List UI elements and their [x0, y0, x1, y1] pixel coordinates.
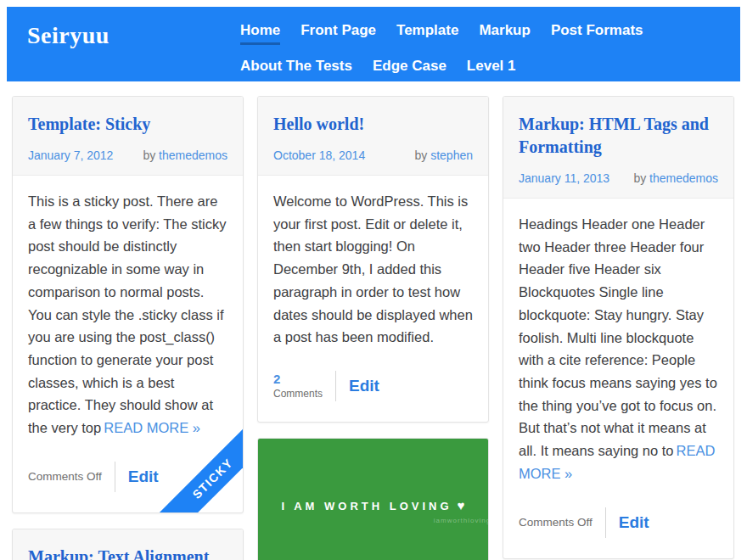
- post-date-link[interactable]: January 11, 2013: [519, 171, 609, 185]
- post-header: Hello world! October 18, 2014 by stephen: [258, 97, 488, 176]
- footer-divider: [335, 371, 336, 401]
- post-byline: by themedemos: [143, 148, 227, 162]
- post-card-image: I AM WORTH LOVING♥ iamworthloving.com: [257, 438, 489, 560]
- nav-item-post-formats[interactable]: Post Formats: [551, 22, 643, 42]
- comments-link[interactable]: 2 Comments: [273, 372, 323, 400]
- byline-label: by: [143, 148, 155, 162]
- post-meta: January 7, 2012 by themedemos: [28, 148, 227, 162]
- comments-word: Comments: [273, 388, 323, 400]
- grid-column-1: Template: Sticky January 7, 2012 by them…: [12, 96, 244, 560]
- image-watermark: iamworthloving.com: [374, 517, 490, 524]
- footer-divider: [115, 462, 115, 492]
- post-meta: January 11, 2013 by themedemos: [519, 171, 718, 185]
- post-excerpt: Headings Header one Header two Header th…: [503, 199, 733, 497]
- post-header: Markup: HTML Tags and Formatting January…: [503, 97, 733, 199]
- excerpt-text: This is a sticky post. There are a few t…: [28, 193, 227, 435]
- post-author-link[interactable]: themedemos: [649, 171, 718, 185]
- post-title-link[interactable]: Markup: Text Alignment: [28, 546, 227, 560]
- edit-link[interactable]: Edit: [349, 377, 379, 395]
- post-title-link[interactable]: Markup: HTML Tags and Formatting: [519, 113, 718, 159]
- post-card-html-tags: Markup: HTML Tags and Formatting January…: [503, 96, 734, 559]
- byline-label: by: [633, 171, 646, 185]
- post-meta: October 18, 2014 by stephen: [273, 148, 473, 162]
- post-excerpt: This is a sticky post. There are a few t…: [13, 176, 243, 451]
- post-title-link[interactable]: Hello world!: [273, 113, 473, 136]
- excerpt-text: Welcome to WordPress. This is your first…: [273, 193, 473, 344]
- post-header: Template: Sticky January 7, 2012 by them…: [13, 97, 243, 176]
- post-header: Markup: Text Alignment January 9, 2013 b…: [13, 529, 243, 560]
- post-date-link[interactable]: October 18, 2014: [273, 148, 365, 162]
- post-footer: 2 Comments Edit: [258, 361, 488, 422]
- nav-item-template[interactable]: Template: [396, 22, 458, 42]
- post-author-link[interactable]: stephen: [430, 148, 473, 162]
- page: Seiryuu Home Front Page Template Markup …: [0, 0, 747, 560]
- post-featured-image[interactable]: I AM WORTH LOVING♥ iamworthloving.com: [258, 439, 488, 560]
- post-byline: by themedemos: [633, 171, 718, 185]
- image-caption: I AM WORTH LOVING♥: [258, 498, 488, 512]
- post-author-link[interactable]: themedemos: [159, 148, 227, 162]
- nav-item-home[interactable]: Home: [240, 22, 280, 45]
- nav-item-front-page[interactable]: Front Page: [300, 22, 376, 42]
- comments-count: 2: [273, 372, 323, 388]
- footer-divider: [605, 507, 606, 538]
- nav-item-markup[interactable]: Markup: [479, 22, 530, 42]
- post-card-text-alignment: Markup: Text Alignment January 9, 2013 b…: [12, 529, 244, 560]
- post-excerpt: Welcome to WordPress. This is your first…: [258, 176, 488, 361]
- byline-label: by: [414, 148, 427, 162]
- site-header: Seiryuu Home Front Page Template Markup …: [7, 7, 740, 81]
- post-card-template-sticky: Template: Sticky January 7, 2012 by them…: [12, 96, 244, 513]
- comments-status: Comments Off: [28, 470, 102, 483]
- site-title-link[interactable]: Seiryuu: [27, 22, 110, 49]
- image-text: I AM WORTH LOVING: [281, 500, 452, 512]
- post-card-hello-world: Hello world! October 18, 2014 by stephen…: [257, 96, 489, 423]
- heart-icon: ♥: [458, 498, 465, 512]
- comments-status: Comments Off: [519, 516, 593, 529]
- grid-column-3: Markup: HTML Tags and Formatting January…: [503, 96, 734, 560]
- edit-link[interactable]: Edit: [128, 468, 159, 486]
- post-grid: Template: Sticky January 7, 2012 by them…: [0, 88, 747, 560]
- edit-link[interactable]: Edit: [619, 513, 649, 532]
- nav-item-edge-case[interactable]: Edge Case: [373, 58, 447, 78]
- post-title-link[interactable]: Template: Sticky: [28, 113, 227, 136]
- grid-column-2: Hello world! October 18, 2014 by stephen…: [257, 96, 489, 560]
- read-more-link[interactable]: READ MORE »: [104, 420, 200, 435]
- nav-item-about-the-tests[interactable]: About The Tests: [240, 58, 352, 78]
- post-date-link[interactable]: January 7, 2012: [28, 148, 113, 162]
- post-footer: Comments Off Edit: [503, 497, 733, 558]
- post-byline: by stephen: [414, 148, 473, 162]
- nav-item-level-1[interactable]: Level 1: [467, 58, 516, 78]
- excerpt-text: Headings Header one Header two Header th…: [519, 216, 717, 458]
- main-nav: Home Front Page Template Markup Post For…: [240, 22, 720, 79]
